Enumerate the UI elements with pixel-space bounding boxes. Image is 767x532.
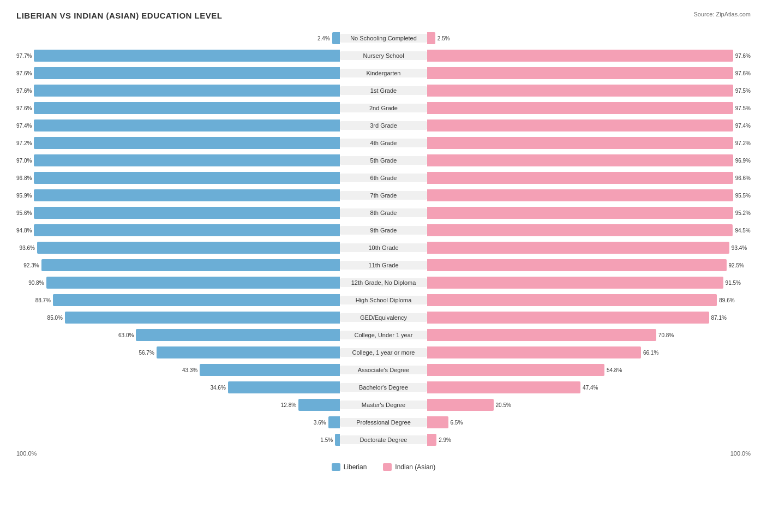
bar-row: 63.0% College, Under 1 year 70.8% — [16, 327, 751, 343]
left-value: 3.6% — [314, 420, 326, 426]
bar-row: 56.7% College, 1 year or more 66.1% — [16, 344, 751, 361]
right-value: 66.1% — [643, 350, 658, 356]
left-section: 92.3% — [16, 257, 340, 273]
right-bar — [427, 364, 604, 376]
right-section: 97.6% — [427, 65, 751, 81]
bar-wrapper: 43.3% Associate's Degree 54.8% — [16, 362, 751, 378]
bar-wrapper: 96.8% 6th Grade 96.6% — [16, 170, 751, 186]
left-value: 97.6% — [16, 70, 32, 76]
right-section: 20.5% — [427, 397, 751, 413]
left-bar — [34, 172, 340, 184]
left-value: 95.6% — [16, 210, 32, 216]
right-value: 94.5% — [735, 228, 750, 234]
legend: Liberian Indian (Asian) — [16, 463, 751, 471]
left-value: 63.0% — [118, 332, 134, 338]
right-bar — [427, 434, 436, 446]
right-bar — [427, 381, 580, 393]
left-section: 97.0% — [16, 152, 340, 169]
left-value: 93.6% — [20, 245, 35, 251]
left-bar — [34, 102, 340, 114]
chart-header: LIBERIAN VS INDIAN (ASIAN) EDUCATION LEV… — [16, 11, 751, 20]
axis-label-left: 100.0% — [16, 450, 37, 457]
right-value: 54.8% — [607, 367, 622, 373]
right-section: 97.4% — [427, 117, 751, 134]
right-bar — [427, 50, 733, 62]
right-value: 92.5% — [729, 262, 744, 268]
chart-area: 2.4% No Schooling Completed 2.5% 97.7% N… — [16, 30, 751, 448]
bar-wrapper: 97.6% Kindergarten 97.6% — [16, 65, 751, 81]
bar-wrapper: 92.3% 11th Grade 92.5% — [16, 257, 751, 273]
right-section: 96.6% — [427, 170, 751, 186]
left-value: 96.8% — [16, 175, 32, 181]
right-section: 54.8% — [427, 362, 751, 378]
bar-wrapper: 63.0% College, Under 1 year 70.8% — [16, 327, 751, 343]
left-section: 63.0% — [16, 327, 340, 343]
bar-label: 6th Grade — [340, 174, 427, 182]
bar-wrapper: 93.6% 10th Grade 93.4% — [16, 240, 751, 256]
bar-row: 96.8% 6th Grade 96.6% — [16, 170, 751, 186]
bar-label: 2nd Grade — [340, 104, 427, 112]
right-value: 2.9% — [439, 437, 451, 443]
left-bar — [65, 312, 340, 324]
right-bar — [427, 102, 733, 114]
right-bar — [427, 67, 733, 79]
bar-wrapper: 95.9% 7th Grade 95.5% — [16, 187, 751, 204]
right-value: 95.2% — [735, 210, 751, 216]
bar-label: 9th Grade — [340, 226, 427, 235]
chart-source: Source: ZipAtlas.com — [693, 11, 751, 17]
bar-label: 4th Grade — [340, 139, 427, 147]
bar-wrapper: 3.6% Professional Degree 6.5% — [16, 414, 751, 431]
right-section: 2.5% — [427, 30, 751, 46]
bar-label: Bachelor's Degree — [340, 383, 427, 392]
left-section: 3.6% — [16, 414, 340, 431]
left-value: 2.4% — [317, 35, 330, 41]
bar-row: 92.3% 11th Grade 92.5% — [16, 257, 751, 273]
right-value: 89.6% — [719, 297, 734, 303]
bar-row: 97.0% 5th Grade 96.9% — [16, 152, 751, 169]
bar-label: 12th Grade, No Diploma — [340, 278, 427, 287]
bar-wrapper: 97.6% 1st Grade 97.5% — [16, 82, 751, 99]
bar-row: 95.9% 7th Grade 95.5% — [16, 187, 751, 204]
right-value: 97.6% — [735, 53, 751, 59]
bar-row: 97.6% 2nd Grade 97.5% — [16, 100, 751, 116]
right-bar — [427, 32, 435, 44]
bar-wrapper: 94.8% 9th Grade 94.5% — [16, 222, 751, 238]
legend-item-indian: Indian (Asian) — [383, 463, 435, 471]
right-section: 96.9% — [427, 152, 751, 169]
left-value: 90.8% — [28, 280, 44, 286]
legend-item-liberian: Liberian — [332, 463, 367, 471]
bar-wrapper: 56.7% College, 1 year or more 66.1% — [16, 344, 751, 361]
bar-label: Associate's Degree — [340, 366, 427, 374]
left-section: 97.2% — [16, 135, 340, 151]
bar-row: 97.2% 4th Grade 97.2% — [16, 135, 751, 151]
right-bar — [427, 172, 733, 184]
left-value: 97.2% — [16, 140, 32, 146]
legend-label-liberian: Liberian — [344, 463, 367, 471]
legend-color-liberian — [332, 463, 340, 471]
bar-wrapper: 12.8% Master's Degree 20.5% — [16, 397, 751, 413]
right-section: 91.5% — [427, 274, 751, 291]
right-bar — [427, 259, 727, 271]
bar-row: 88.7% High School Diploma 89.6% — [16, 292, 751, 308]
bar-row: 97.6% 1st Grade 97.5% — [16, 82, 751, 99]
right-bar — [427, 137, 733, 149]
left-value: 92.3% — [23, 262, 39, 268]
bar-label: Kindergarten — [340, 69, 427, 77]
right-value: 97.2% — [735, 140, 751, 146]
bar-row: 95.6% 8th Grade 95.2% — [16, 205, 751, 221]
right-section: 87.1% — [427, 309, 751, 326]
right-value: 2.5% — [438, 35, 450, 41]
bar-wrapper: 90.8% 12th Grade, No Diploma 91.5% — [16, 274, 751, 291]
right-bar — [427, 189, 733, 201]
left-value: 97.6% — [16, 105, 32, 111]
bar-row: 85.0% GED/Equivalency 87.1% — [16, 309, 751, 326]
left-bar — [298, 399, 340, 411]
right-value: 96.6% — [735, 175, 751, 181]
left-value: 12.8% — [281, 402, 296, 408]
left-bar — [34, 189, 340, 201]
left-section: 88.7% — [16, 292, 340, 308]
right-bar — [427, 277, 723, 289]
right-value: 87.1% — [711, 315, 727, 321]
left-section: 96.8% — [16, 170, 340, 186]
left-section: 97.7% — [16, 47, 340, 64]
